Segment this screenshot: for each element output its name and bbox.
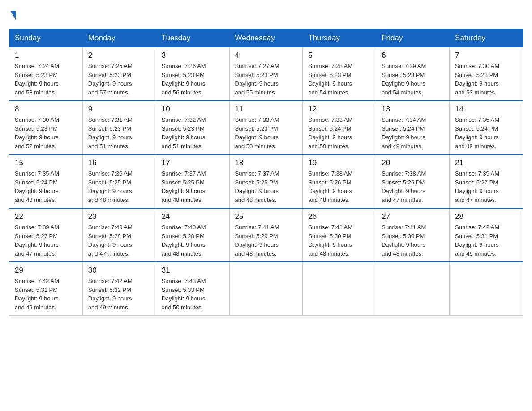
day-info: Sunrise: 7:40 AM Sunset: 5:28 PM Dayligh… bbox=[162, 223, 224, 258]
day-info: Sunrise: 7:33 AM Sunset: 5:24 PM Dayligh… bbox=[308, 116, 370, 150]
calendar-cell: 11 Sunrise: 7:33 AM Sunset: 5:23 PM Dayl… bbox=[229, 101, 303, 154]
header-sunday: Sunday bbox=[9, 29, 83, 47]
calendar-cell: 16 Sunrise: 7:36 AM Sunset: 5:25 PM Dayl… bbox=[82, 154, 156, 208]
day-number: 16 bbox=[88, 158, 150, 167]
day-number: 5 bbox=[308, 51, 370, 60]
day-number: 19 bbox=[308, 158, 370, 167]
day-info: Sunrise: 7:31 AM Sunset: 5:23 PM Dayligh… bbox=[88, 116, 150, 150]
calendar-cell: 22 Sunrise: 7:39 AM Sunset: 5:27 PM Dayl… bbox=[9, 208, 83, 262]
header-monday: Monday bbox=[82, 29, 156, 47]
day-number: 2 bbox=[88, 51, 150, 60]
calendar-cell: 9 Sunrise: 7:31 AM Sunset: 5:23 PM Dayli… bbox=[82, 101, 156, 154]
day-number: 3 bbox=[162, 51, 224, 60]
day-number: 21 bbox=[455, 158, 517, 167]
calendar-cell: 15 Sunrise: 7:35 AM Sunset: 5:24 PM Dayl… bbox=[9, 154, 83, 208]
day-info: Sunrise: 7:41 AM Sunset: 5:29 PM Dayligh… bbox=[235, 223, 297, 258]
day-number: 13 bbox=[382, 105, 444, 114]
calendar-cell: 29 Sunrise: 7:42 AM Sunset: 5:31 PM Dayl… bbox=[9, 262, 83, 316]
day-number: 17 bbox=[162, 158, 224, 167]
calendar-week-3: 15 Sunrise: 7:35 AM Sunset: 5:24 PM Dayl… bbox=[9, 154, 523, 208]
day-number: 18 bbox=[235, 158, 297, 167]
calendar-table: Sunday Monday Tuesday Wednesday Thursday… bbox=[9, 29, 523, 316]
day-number: 22 bbox=[15, 212, 77, 221]
day-number: 15 bbox=[15, 158, 77, 167]
day-number: 7 bbox=[455, 51, 517, 60]
calendar-cell: 26 Sunrise: 7:41 AM Sunset: 5:30 PM Dayl… bbox=[303, 208, 376, 262]
day-info: Sunrise: 7:28 AM Sunset: 5:23 PM Dayligh… bbox=[308, 62, 370, 97]
calendar-cell: 4 Sunrise: 7:27 AM Sunset: 5:23 PM Dayli… bbox=[229, 47, 303, 101]
calendar-cell: 2 Sunrise: 7:25 AM Sunset: 5:23 PM Dayli… bbox=[82, 47, 156, 101]
calendar-cell: 12 Sunrise: 7:33 AM Sunset: 5:24 PM Dayl… bbox=[303, 101, 376, 154]
calendar-cell: 31 Sunrise: 7:43 AM Sunset: 5:33 PM Dayl… bbox=[156, 262, 229, 316]
day-info: Sunrise: 7:27 AM Sunset: 5:23 PM Dayligh… bbox=[235, 62, 297, 97]
calendar-cell: 17 Sunrise: 7:37 AM Sunset: 5:25 PM Dayl… bbox=[156, 154, 229, 208]
calendar-cell bbox=[376, 262, 450, 316]
header-friday: Friday bbox=[376, 29, 450, 47]
day-number: 14 bbox=[455, 105, 517, 114]
calendar-cell: 28 Sunrise: 7:42 AM Sunset: 5:31 PM Dayl… bbox=[450, 208, 523, 262]
day-info: Sunrise: 7:38 AM Sunset: 5:26 PM Dayligh… bbox=[382, 169, 444, 204]
day-info: Sunrise: 7:35 AM Sunset: 5:24 PM Dayligh… bbox=[15, 169, 77, 204]
calendar-cell bbox=[450, 262, 523, 316]
calendar-week-4: 22 Sunrise: 7:39 AM Sunset: 5:27 PM Dayl… bbox=[9, 208, 523, 262]
calendar-cell bbox=[229, 262, 303, 316]
logo bbox=[9, 9, 16, 20]
calendar-week-2: 8 Sunrise: 7:30 AM Sunset: 5:23 PM Dayli… bbox=[9, 101, 523, 154]
day-info: Sunrise: 7:33 AM Sunset: 5:23 PM Dayligh… bbox=[235, 116, 297, 150]
logo-triangle-icon bbox=[10, 11, 16, 20]
calendar-week-1: 1 Sunrise: 7:24 AM Sunset: 5:23 PM Dayli… bbox=[9, 47, 523, 101]
day-info: Sunrise: 7:35 AM Sunset: 5:24 PM Dayligh… bbox=[455, 116, 517, 150]
header-saturday: Saturday bbox=[450, 29, 523, 47]
calendar-cell: 7 Sunrise: 7:30 AM Sunset: 5:23 PM Dayli… bbox=[450, 47, 523, 101]
day-info: Sunrise: 7:39 AM Sunset: 5:27 PM Dayligh… bbox=[455, 169, 517, 204]
day-info: Sunrise: 7:30 AM Sunset: 5:23 PM Dayligh… bbox=[455, 62, 517, 97]
day-info: Sunrise: 7:41 AM Sunset: 5:30 PM Dayligh… bbox=[382, 223, 444, 258]
calendar-cell: 27 Sunrise: 7:41 AM Sunset: 5:30 PM Dayl… bbox=[376, 208, 450, 262]
day-info: Sunrise: 7:37 AM Sunset: 5:25 PM Dayligh… bbox=[235, 169, 297, 204]
day-number: 8 bbox=[15, 105, 77, 114]
day-info: Sunrise: 7:39 AM Sunset: 5:27 PM Dayligh… bbox=[15, 223, 77, 258]
calendar-cell bbox=[303, 262, 376, 316]
day-info: Sunrise: 7:29 AM Sunset: 5:23 PM Dayligh… bbox=[382, 62, 444, 97]
day-number: 31 bbox=[162, 266, 224, 275]
calendar-week-5: 29 Sunrise: 7:42 AM Sunset: 5:31 PM Dayl… bbox=[9, 262, 523, 316]
day-number: 1 bbox=[15, 51, 77, 60]
day-info: Sunrise: 7:38 AM Sunset: 5:26 PM Dayligh… bbox=[308, 169, 370, 204]
calendar-header-row: Sunday Monday Tuesday Wednesday Thursday… bbox=[9, 29, 523, 47]
day-info: Sunrise: 7:42 AM Sunset: 5:31 PM Dayligh… bbox=[455, 223, 517, 258]
calendar-cell: 23 Sunrise: 7:40 AM Sunset: 5:28 PM Dayl… bbox=[82, 208, 156, 262]
day-info: Sunrise: 7:26 AM Sunset: 5:23 PM Dayligh… bbox=[162, 62, 224, 97]
day-info: Sunrise: 7:41 AM Sunset: 5:30 PM Dayligh… bbox=[308, 223, 370, 258]
calendar-cell: 10 Sunrise: 7:32 AM Sunset: 5:23 PM Dayl… bbox=[156, 101, 229, 154]
page-header bbox=[9, 9, 523, 20]
calendar-cell: 19 Sunrise: 7:38 AM Sunset: 5:26 PM Dayl… bbox=[303, 154, 376, 208]
day-number: 23 bbox=[88, 212, 150, 221]
calendar-cell: 30 Sunrise: 7:42 AM Sunset: 5:32 PM Dayl… bbox=[82, 262, 156, 316]
day-info: Sunrise: 7:43 AM Sunset: 5:33 PM Dayligh… bbox=[162, 277, 224, 312]
day-info: Sunrise: 7:34 AM Sunset: 5:24 PM Dayligh… bbox=[382, 116, 444, 150]
day-number: 27 bbox=[382, 212, 444, 221]
day-info: Sunrise: 7:36 AM Sunset: 5:25 PM Dayligh… bbox=[88, 169, 150, 204]
day-number: 20 bbox=[382, 158, 444, 167]
calendar-cell: 6 Sunrise: 7:29 AM Sunset: 5:23 PM Dayli… bbox=[376, 47, 450, 101]
calendar-cell: 21 Sunrise: 7:39 AM Sunset: 5:27 PM Dayl… bbox=[450, 154, 523, 208]
header-wednesday: Wednesday bbox=[229, 29, 303, 47]
calendar-cell: 3 Sunrise: 7:26 AM Sunset: 5:23 PM Dayli… bbox=[156, 47, 229, 101]
calendar-cell: 1 Sunrise: 7:24 AM Sunset: 5:23 PM Dayli… bbox=[9, 47, 83, 101]
day-info: Sunrise: 7:30 AM Sunset: 5:23 PM Dayligh… bbox=[15, 116, 77, 150]
day-info: Sunrise: 7:42 AM Sunset: 5:32 PM Dayligh… bbox=[88, 277, 150, 312]
day-number: 4 bbox=[235, 51, 297, 60]
day-info: Sunrise: 7:25 AM Sunset: 5:23 PM Dayligh… bbox=[88, 62, 150, 97]
calendar-cell: 25 Sunrise: 7:41 AM Sunset: 5:29 PM Dayl… bbox=[229, 208, 303, 262]
calendar-cell: 18 Sunrise: 7:37 AM Sunset: 5:25 PM Dayl… bbox=[229, 154, 303, 208]
header-thursday: Thursday bbox=[303, 29, 376, 47]
day-number: 25 bbox=[235, 212, 297, 221]
day-info: Sunrise: 7:32 AM Sunset: 5:23 PM Dayligh… bbox=[162, 116, 224, 150]
day-number: 24 bbox=[162, 212, 224, 221]
day-info: Sunrise: 7:40 AM Sunset: 5:28 PM Dayligh… bbox=[88, 223, 150, 258]
day-info: Sunrise: 7:42 AM Sunset: 5:31 PM Dayligh… bbox=[15, 277, 77, 312]
day-info: Sunrise: 7:37 AM Sunset: 5:25 PM Dayligh… bbox=[162, 169, 224, 204]
day-number: 9 bbox=[88, 105, 150, 114]
calendar-cell: 24 Sunrise: 7:40 AM Sunset: 5:28 PM Dayl… bbox=[156, 208, 229, 262]
calendar-cell: 8 Sunrise: 7:30 AM Sunset: 5:23 PM Dayli… bbox=[9, 101, 83, 154]
